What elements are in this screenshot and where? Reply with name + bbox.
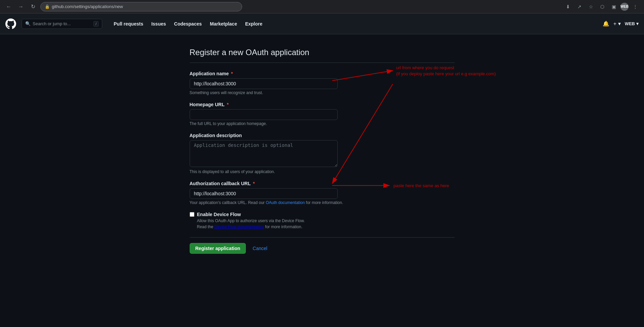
app-name-label: Application name * — [190, 71, 455, 76]
refresh-button[interactable]: ↻ — [28, 2, 38, 11]
callback-url-label: Authorization callback URL * — [190, 181, 455, 186]
section-divider — [190, 63, 455, 63]
lock-icon: 🔒 — [45, 4, 50, 9]
main-content: Register a new OAuth application Applica… — [184, 34, 460, 274]
app-name-input[interactable] — [190, 78, 338, 89]
browser-actions: ⬇ ↗ ☆ ⬡ ▣ WEB ⋮ — [563, 2, 640, 11]
device-flow-checkbox[interactable] — [190, 212, 194, 217]
nav-issues[interactable]: Issues — [148, 19, 169, 29]
page-wrapper: Register a new OAuth application Applica… — [0, 34, 644, 274]
app-name-group: Application name * Something users will … — [190, 71, 455, 95]
device-flow-docs-link[interactable]: Device Flow documentation — [215, 224, 264, 229]
menu-icon[interactable]: ⋮ — [631, 2, 640, 11]
search-bar[interactable]: 🔍 Search or jump to... / — [22, 19, 102, 29]
url-text: github.com/settings/applications/new — [52, 4, 123, 9]
pip-icon[interactable]: ▣ — [609, 2, 618, 11]
github-header: 🔍 Search or jump to... / Pull requests I… — [0, 13, 644, 34]
address-bar[interactable]: 🔒 github.com/settings/applications/new — [40, 2, 242, 11]
main-nav: Pull requests Issues Codespaces Marketpl… — [110, 19, 266, 29]
share-icon[interactable]: ↗ — [575, 2, 584, 11]
github-logo[interactable] — [5, 18, 16, 29]
user-menu[interactable]: WEB ▾ — [625, 21, 639, 26]
search-icon: 🔍 — [25, 21, 31, 26]
back-button[interactable]: ← — [4, 2, 13, 11]
form-actions: Register application Cancel — [190, 237, 455, 254]
extensions-icon[interactable]: ⬡ — [598, 2, 607, 11]
app-desc-textarea[interactable] — [190, 140, 338, 167]
user-label: WEB — [625, 21, 635, 26]
app-desc-label: Application description — [190, 133, 455, 138]
bookmark-icon[interactable]: ☆ — [586, 2, 596, 11]
browser-chrome: ← → ↻ 🔒 github.com/settings/applications… — [0, 0, 644, 13]
device-flow-label[interactable]: Enable Device Flow — [190, 212, 455, 217]
homepage-url-group: Homepage URL * The full URL to your appl… — [190, 102, 455, 126]
required-star: * — [231, 71, 233, 76]
page-title: Register a new OAuth application — [190, 48, 455, 57]
notifications-button[interactable]: 🔔 — [603, 21, 609, 27]
app-desc-hint: This is displayed to all users of your a… — [190, 169, 455, 174]
forward-button[interactable]: → — [16, 2, 26, 11]
oauth-form: Application name * Something users will … — [190, 71, 455, 254]
oauth-docs-link[interactable]: OAuth documentation — [266, 200, 305, 205]
homepage-url-label: Homepage URL * — [190, 102, 455, 107]
nav-codespaces[interactable]: Codespaces — [171, 19, 205, 29]
nav-explore[interactable]: Explore — [242, 19, 266, 29]
annotation1-line1: url from where you do request — [396, 65, 454, 70]
callback-url-input[interactable] — [190, 188, 338, 199]
chevron-down-icon: ▾ — [636, 21, 639, 26]
nav-pull-requests[interactable]: Pull requests — [110, 19, 147, 29]
callback-url-hint: Your application's callback URL. Read ou… — [190, 200, 455, 205]
device-flow-group: Enable Device Flow Allow this OAuth App … — [190, 212, 455, 229]
search-kbd: / — [93, 21, 99, 27]
required-star-2: * — [227, 102, 228, 107]
device-flow-hint1: Allow this OAuth App to authorize users … — [190, 218, 455, 223]
header-right: 🔔 + ▾ WEB ▾ — [603, 21, 639, 27]
callback-url-group: Authorization callback URL * Your applic… — [190, 181, 455, 205]
homepage-url-hint: The full URL to your application homepag… — [190, 121, 455, 126]
homepage-url-input[interactable] — [190, 109, 338, 120]
cancel-button[interactable]: Cancel — [250, 244, 270, 253]
device-flow-hint2: Read the Device Flow documentation for m… — [190, 224, 455, 229]
app-desc-group: Application description This is displaye… — [190, 133, 455, 174]
app-name-hint: Something users will recognize and trust… — [190, 90, 455, 95]
nav-marketplace[interactable]: Marketplace — [206, 19, 240, 29]
search-placeholder: Search or jump to... — [33, 21, 71, 26]
required-star-3: * — [253, 181, 255, 186]
register-button[interactable]: Register application — [190, 243, 246, 254]
create-button[interactable]: + ▾ — [613, 21, 621, 27]
download-icon[interactable]: ⬇ — [563, 2, 573, 11]
user-avatar[interactable]: WEB — [620, 3, 629, 11]
